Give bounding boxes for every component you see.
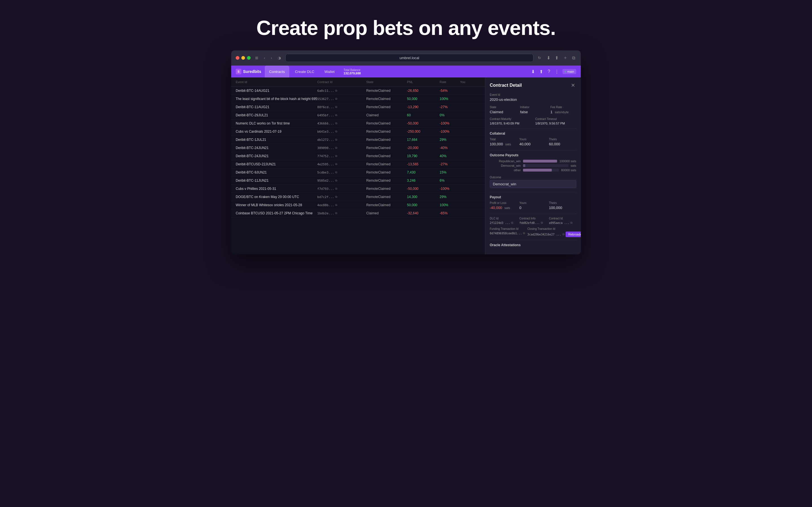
contract-info-item: Contract Info fdd82efd0... ⧉ [519, 217, 547, 224]
main-content: Event Id Contract Id State PNL Rate You … [231, 77, 581, 255]
maturity-row: Contract Maturity 1/8/1970, 9:40:09 PM C… [490, 117, 576, 125]
table-row[interactable]: Coinbase BTCUSD 2021-05-27 2PM Chicago T… [231, 209, 485, 217]
cell-pnl: -26,650 [407, 89, 440, 93]
cell-you [460, 154, 480, 158]
forward-button[interactable]: › [269, 55, 273, 61]
copy-id-icon[interactable]: ⧉ [335, 130, 337, 133]
cell-state: RemoteClaimed [366, 187, 407, 191]
toolbar-upload-icon[interactable]: ⬆ [538, 68, 544, 75]
sidebar-toggle-button[interactable]: ⊞ [254, 55, 259, 61]
address-bar[interactable]: umbrel.local [285, 54, 534, 62]
cell-state: Claimed [366, 211, 407, 215]
table-row[interactable]: Numeric DLC works on Tor first time 4366… [231, 119, 485, 128]
cell-contract-id: 389090... ⧉ [317, 146, 366, 150]
toolbar-download-icon[interactable]: ⬇ [530, 68, 536, 75]
cell-rate: -100% [440, 129, 460, 133]
oracle-section: Oracle Attestations [490, 243, 576, 247]
rebroadcast-button[interactable]: Rebroadcast [566, 231, 581, 237]
tabs-icon[interactable]: ⧉ [571, 54, 576, 62]
fee-rate-label: Fee Rate [550, 106, 576, 109]
copy-id-icon[interactable]: ⧉ [335, 203, 337, 207]
theme-toggle-button[interactable]: ◑ [276, 55, 282, 61]
copy-id-icon[interactable]: ⧉ [335, 122, 337, 125]
cell-rate: 0% [440, 113, 460, 117]
table-row[interactable]: The least significant bit of the block h… [231, 95, 485, 103]
cell-contract-id: 1bdb2e... ⧉ [317, 211, 366, 215]
initiator-col: Initiator false [520, 106, 546, 114]
maximize-traffic-light[interactable] [247, 56, 251, 60]
copy-id-icon[interactable]: ⧉ [335, 114, 337, 117]
table-row[interactable]: Deribit-BTC-9JUN21 5cdbe3... ⧉ RemoteCla… [231, 168, 485, 177]
table-row[interactable]: Deribit-BTCUSD-22JUN21 4e2595... ⧉ Remot… [231, 160, 485, 168]
table-row[interactable]: Deribit-BTC-11JUN21 9505d2... ⧉ RemoteCl… [231, 177, 485, 185]
payout-yours-value: 0 [519, 206, 547, 210]
copy-id-icon[interactable]: ⧉ [335, 195, 337, 199]
app-toolbar: S Suredbits Contracts Create DLC Wallet … [231, 66, 581, 77]
copy-id-icon[interactable]: ⧉ [335, 138, 337, 142]
fee-rate-number: 1 [550, 110, 552, 114]
nav-tab-create-dlc[interactable]: Create DLC [290, 66, 319, 77]
table-row[interactable]: Deribit-BTC-29JUL21 6495bf... ⧉ Claimed … [231, 111, 485, 119]
table-row[interactable]: Cubs v Phillies 2021-05-31 f7d793... ⧉ R… [231, 185, 485, 193]
nav-tab-wallet[interactable]: Wallet [320, 66, 339, 77]
cell-rate: -100% [440, 187, 460, 191]
contract-info-copy-icon[interactable]: ⧉ [541, 221, 543, 224]
contract-id-copy-icon[interactable]: ⧉ [570, 221, 572, 224]
table-row[interactable]: Deribit-BTC-14AUG21 6a0c11... ⧉ RemoteCl… [231, 87, 485, 95]
collateral-yours: Yours 40,000 [519, 138, 547, 146]
copy-id-icon[interactable]: ⧉ [335, 97, 337, 101]
close-traffic-light[interactable] [236, 56, 239, 60]
minimize-traffic-light[interactable] [241, 56, 245, 60]
copy-id-icon[interactable]: ⧉ [335, 89, 337, 93]
nav-tab-contracts[interactable]: Contracts [265, 66, 290, 77]
payout-theirs-value: 100,000 [549, 206, 576, 210]
cell-state: Claimed [366, 113, 407, 117]
cell-event: Deribit-BTCUSD-22JUN21 [236, 162, 317, 166]
traffic-lights [236, 56, 251, 60]
copy-id-icon[interactable]: ⧉ [335, 146, 337, 150]
download-icon[interactable]: ⬇ [546, 54, 552, 62]
contract-id-panel-label: Contract Id [549, 217, 576, 220]
cell-rate: -54% [440, 89, 460, 93]
reload-button[interactable]: ↻ [537, 55, 542, 61]
back-button[interactable]: ‹ [263, 55, 266, 61]
toolbar-menu-icon[interactable]: ⋮ [553, 68, 560, 75]
copy-id-icon[interactable]: ⧉ [335, 163, 337, 166]
cell-event: DOGE/BTC on Kraken May 29 00:00 UTC [236, 195, 317, 199]
copy-id-icon[interactable]: ⧉ [335, 171, 337, 174]
payout-label: Payout [490, 195, 576, 199]
table-row[interactable]: Deribit-BTC-1JUL21 db1272... ⧉ RemoteCla… [231, 136, 485, 144]
cell-pnl: -50,000 [407, 187, 440, 191]
collateral-yours-label: Yours [519, 138, 547, 141]
new-tab-icon[interactable]: ＋ [562, 54, 569, 62]
header-rate: Rate [440, 79, 460, 85]
cell-contract-id: 553627... ⧉ [317, 97, 366, 101]
payout-rows: Republican_win 100000 sats Democrat_win … [490, 159, 576, 172]
cell-rate: -100% [440, 121, 460, 125]
funding-tx-copy-icon[interactable]: ⧉ [523, 231, 525, 235]
copy-id-icon[interactable]: ⧉ [335, 187, 337, 190]
table-row[interactable]: Deribit-BTC-24JUN21 774752... ⧉ RemoteCl… [231, 152, 485, 160]
copy-id-icon[interactable]: ⧉ [335, 154, 337, 158]
table-row[interactable]: Cubs vs Cardinals 2021-07-19 b641e3... ⧉… [231, 128, 485, 136]
table-row[interactable]: Deribit-BTC-11AUG21 88f6cd... ⧉ RemoteCl… [231, 103, 485, 111]
dlc-id-copy-icon[interactable]: ⧉ [511, 221, 513, 224]
table-row[interactable]: Deribit-BTC-24JUN21 389090... ⧉ RemoteCl… [231, 144, 485, 152]
copy-id-icon[interactable]: ⧉ [335, 105, 337, 109]
payout-grid: Profit or Loss -40,000 sats Yours 0 Thei… [490, 202, 576, 210]
panel-close-button[interactable]: ✕ [569, 82, 576, 89]
cell-state: RemoteClaimed [366, 129, 407, 133]
table-row[interactable]: Winner of MLB Whitesox orioles 2021-05-2… [231, 201, 485, 209]
divider-3 [490, 192, 576, 192]
dlc-id-value: 2f1224d3 ... [490, 221, 510, 224]
table-row[interactable]: DOGE/BTC on Kraken May 29 00:00 UTC bd7c… [231, 193, 485, 201]
copy-id-icon[interactable]: ⧉ [335, 179, 337, 182]
cell-contract-id: 88f6cd... ⧉ [317, 105, 366, 109]
toolbar-help-icon[interactable]: ? [546, 68, 551, 75]
cell-you [460, 138, 480, 142]
share-icon[interactable]: ⬆ [554, 54, 560, 62]
cell-contract-id: 4ee88b... ⧉ [317, 203, 366, 207]
copy-id-icon[interactable]: ⧉ [335, 212, 337, 215]
header-you: You [460, 79, 480, 85]
closing-tx-copy-icon[interactable]: ⧉ [562, 233, 564, 236]
